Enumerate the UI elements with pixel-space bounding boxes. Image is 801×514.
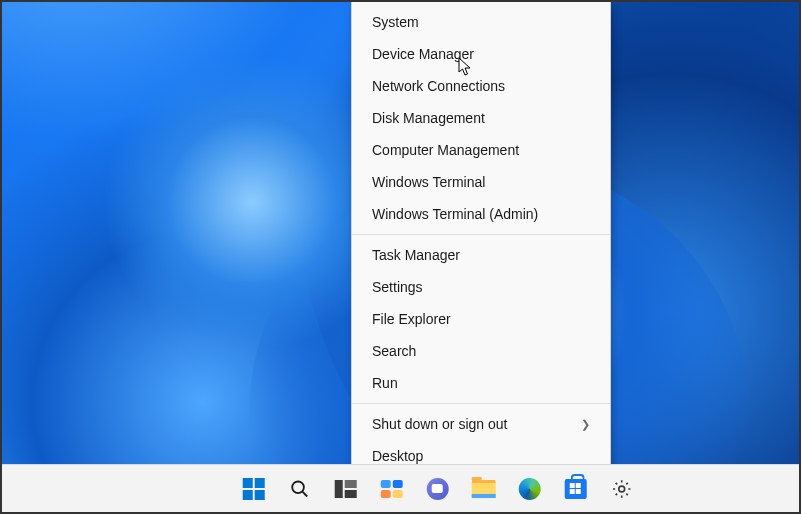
folder-icon — [471, 477, 495, 501]
menu-item-label: Settings — [372, 279, 423, 295]
gear-icon — [609, 477, 633, 501]
widgets-button[interactable] — [371, 469, 411, 509]
taskbar — [2, 464, 799, 512]
menu-item-label: Computer Management — [372, 142, 519, 158]
winx-context-menu: System Device Manager Network Connection… — [351, 2, 611, 479]
menu-item-label: Search — [372, 343, 416, 359]
menu-item-computer-management[interactable]: Computer Management — [352, 134, 610, 166]
menu-item-disk-management[interactable]: Disk Management — [352, 102, 610, 134]
windows-logo-icon — [241, 477, 265, 501]
search-button[interactable] — [279, 469, 319, 509]
menu-item-label: Run — [372, 375, 398, 391]
menu-item-shut-down-or-sign-out[interactable]: Shut down or sign out ❯ — [352, 408, 610, 440]
svg-line-1 — [302, 491, 307, 496]
edge-button[interactable] — [509, 469, 549, 509]
start-button[interactable] — [233, 469, 273, 509]
search-icon — [287, 477, 311, 501]
edge-icon — [517, 477, 541, 501]
svg-point-2 — [618, 486, 624, 492]
menu-item-device-manager[interactable]: Device Manager — [352, 38, 610, 70]
menu-item-network-connections[interactable]: Network Connections — [352, 70, 610, 102]
widgets-icon — [379, 477, 403, 501]
menu-item-label: File Explorer — [372, 311, 451, 327]
menu-item-file-explorer[interactable]: File Explorer — [352, 303, 610, 335]
menu-item-label: Windows Terminal — [372, 174, 485, 190]
menu-separator — [352, 403, 610, 404]
task-view-icon — [333, 477, 357, 501]
svg-point-0 — [292, 481, 304, 493]
task-view-button[interactable] — [325, 469, 365, 509]
menu-item-search[interactable]: Search — [352, 335, 610, 367]
menu-item-label: Network Connections — [372, 78, 505, 94]
menu-item-task-manager[interactable]: Task Manager — [352, 239, 610, 271]
chevron-right-icon: ❯ — [581, 418, 590, 431]
menu-item-settings[interactable]: Settings — [352, 271, 610, 303]
chat-button[interactable] — [417, 469, 457, 509]
menu-item-label: Shut down or sign out — [372, 416, 507, 432]
menu-item-windows-terminal-admin[interactable]: Windows Terminal (Admin) — [352, 198, 610, 230]
menu-item-label: Task Manager — [372, 247, 460, 263]
menu-item-label: Desktop — [372, 448, 423, 464]
menu-item-system[interactable]: System — [352, 6, 610, 38]
menu-item-label: Disk Management — [372, 110, 485, 126]
menu-item-label: System — [372, 14, 419, 30]
menu-item-label: Windows Terminal (Admin) — [372, 206, 538, 222]
chat-icon — [425, 477, 449, 501]
menu-item-run[interactable]: Run — [352, 367, 610, 399]
settings-button[interactable] — [601, 469, 641, 509]
microsoft-store-button[interactable] — [555, 469, 595, 509]
file-explorer-button[interactable] — [463, 469, 503, 509]
menu-separator — [352, 234, 610, 235]
menu-item-label: Device Manager — [372, 46, 474, 62]
store-icon — [563, 477, 587, 501]
menu-item-windows-terminal[interactable]: Windows Terminal — [352, 166, 610, 198]
